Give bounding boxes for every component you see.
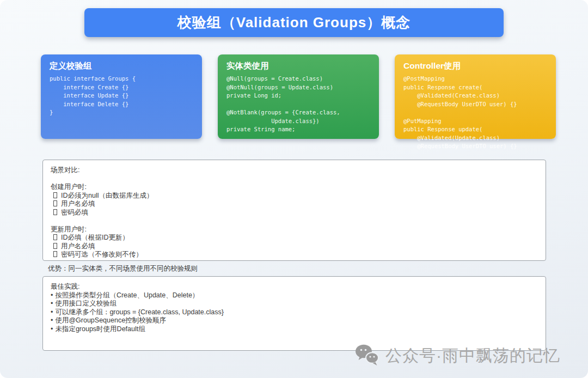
card-entity-usage: 实体类使用 @Null(groups = Create.class) @NotN… (218, 54, 379, 139)
best-practice-item: •使用接口定义校验组 (51, 300, 538, 308)
best-practice-list: •按照操作类型分组（Create、Update、Delete）•使用接口定义校验… (51, 291, 538, 334)
scenario-item: 密码必填 (51, 209, 538, 217)
bullet-icon: • (51, 300, 53, 307)
card-define-groups: 定义校验组 public interface Groups { interfac… (41, 54, 202, 139)
page-title: 校验组（Validation Groups）概念 (177, 13, 411, 32)
checkbox-placeholder-icon (53, 234, 57, 240)
bullet-icon: • (51, 325, 53, 333)
scenario-section-heading: 更新用户时: (51, 225, 538, 234)
bullet-icon: • (51, 316, 53, 324)
wechat-icon (355, 344, 380, 367)
card-code: public interface Groups { interface Crea… (50, 75, 193, 117)
best-practice-panel: 最佳实践: •按照操作类型分组（Create、Update、Delete）•使用… (42, 276, 546, 351)
card-code: @Null(groups = Create.class) @NotNull(gr… (226, 75, 370, 134)
scenario-item: ID必填（根据ID更新） (51, 234, 538, 242)
card-title: 实体类使用 (226, 60, 370, 71)
scenario-item: 密码可选（不修改则不传） (51, 251, 538, 259)
bullet-icon: • (51, 308, 53, 316)
scenario-item: 用户名必填 (51, 200, 538, 209)
scenario-item: 用户名必填 (51, 242, 538, 251)
title-banner: 校验组（Validation Groups）概念 (84, 8, 504, 37)
slide-background: 校验组（Validation Groups）概念 定义校验组 public in… (0, 0, 588, 378)
advantage-line: 优势：同一实体类，不同场景使用不同的校验规则 (48, 264, 198, 273)
best-practice-item: •按照操作类型分组（Create、Update、Delete） (51, 291, 538, 300)
spacer (51, 217, 538, 225)
scenario-sections: 创建用户时:ID必须为null（由数据库生成）用户名必填密码必填更新用户时:ID… (51, 183, 538, 259)
best-practice-item: •可以继承多个组：groups = {Create.class, Update.… (51, 308, 538, 317)
bullet-icon: • (51, 291, 53, 299)
watermark-text: 公众号·雨中飘荡的记忆 (385, 345, 560, 367)
best-practice-title: 最佳实践: (51, 283, 538, 291)
card-code: @PostMapping public Response create( @Va… (403, 75, 547, 151)
watermark: 公众号·雨中飘荡的记忆 (355, 343, 560, 368)
spacer (51, 175, 538, 184)
card-controller-usage: Controller使用 @PostMapping public Respons… (395, 54, 556, 139)
card-title: 定义校验组 (50, 60, 193, 71)
scenario-comparison-panel: 场景对比: 创建用户时:ID必须为null（由数据库生成）用户名必填密码必填更新… (42, 160, 546, 261)
best-practice-item: •使用@GroupSequence控制校验顺序 (51, 316, 538, 325)
card-title: Controller使用 (403, 60, 547, 71)
scenario-item: ID必须为null（由数据库生成） (51, 192, 538, 200)
checkbox-placeholder-icon (53, 200, 57, 206)
checkbox-placeholder-icon (53, 251, 57, 257)
checkbox-placeholder-icon (53, 209, 57, 215)
checkbox-placeholder-icon (53, 243, 57, 249)
best-practice-item: •未指定groups时使用Default组 (51, 325, 538, 334)
scenario-title: 场景对比: (51, 166, 538, 175)
checkbox-placeholder-icon (53, 192, 57, 198)
scenario-section-heading: 创建用户时: (51, 183, 538, 192)
